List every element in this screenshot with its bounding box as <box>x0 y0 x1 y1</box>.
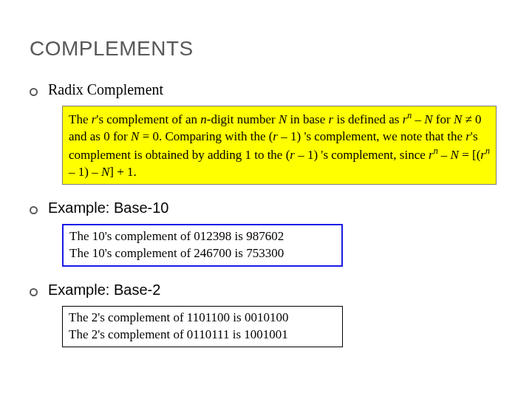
definition-box: The r's complement of an n-digit number … <box>62 106 497 185</box>
example-line: The 10's complement of 246700 is 753300 <box>69 245 335 262</box>
bullet-label: Example: Base-2 <box>48 282 160 299</box>
bullet-icon <box>30 206 38 214</box>
example-line: The 10's complement of 012398 is 987602 <box>69 228 335 245</box>
example-base2-box: The 2's complement of 1101100 is 0010100… <box>62 306 343 347</box>
bullet-radix-complement: Radix Complement <box>30 81 502 98</box>
example-line: The 2's complement of 1101100 is 0010100 <box>69 310 336 327</box>
def-text: The r's complement of an n-digit number … <box>69 112 490 179</box>
page-title: COMPLEMENTS <box>30 37 502 61</box>
slide: COMPLEMENTS Radix Complement The r's com… <box>0 0 532 399</box>
bullet-icon <box>30 288 38 296</box>
bullet-label: Radix Complement <box>48 81 163 98</box>
example-base10-box: The 10's complement of 012398 is 987602 … <box>62 224 343 267</box>
example-line: The 2's complement of 0110111 is 1001001 <box>69 327 336 344</box>
bullet-icon <box>30 88 38 96</box>
bullet-example-base10: Example: Base-10 <box>30 200 502 216</box>
bullet-label: Example: Base-10 <box>48 200 168 216</box>
bullet-example-base2: Example: Base-2 <box>30 282 502 299</box>
